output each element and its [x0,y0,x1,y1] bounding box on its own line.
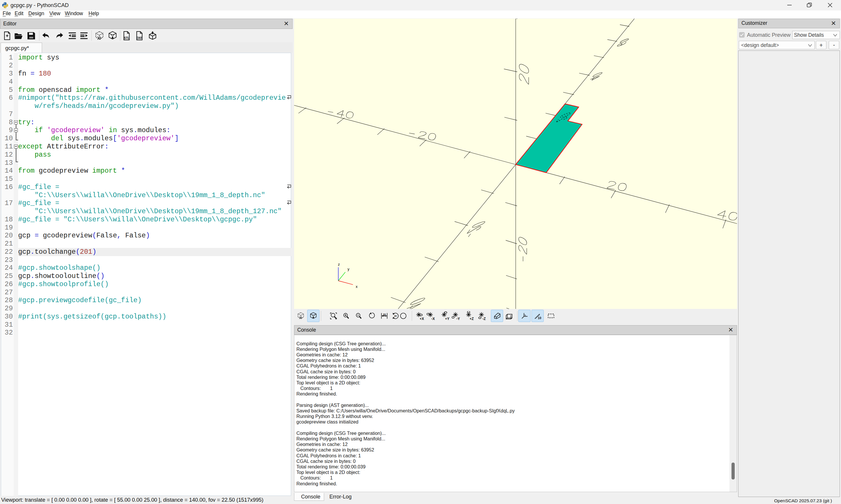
svg-text:+Y: +Y [445,317,449,321]
svg-text:DXF: DXF [136,36,142,40]
svg-text:x: x [356,284,358,289]
svg-text:z: z [338,262,340,267]
svg-text:10: 10 [383,313,386,316]
svg-text:-Y: -Y [457,317,460,321]
svg-text:-Z: -Z [482,317,486,321]
svg-text:10: 10 [538,316,542,320]
svg-text:STL: STL [124,36,130,40]
svg-text:45: 45 [394,315,397,317]
svg-text:y: y [347,267,349,271]
svg-text:-X: -X [431,317,435,321]
svg-text:+Z: +Z [469,317,474,321]
svg-text:+X: +X [419,317,424,321]
